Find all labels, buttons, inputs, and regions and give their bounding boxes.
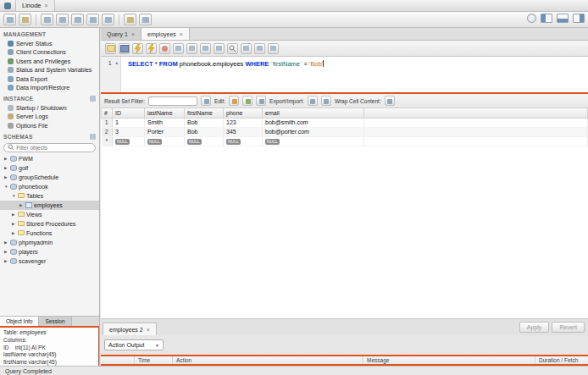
rollback-icon[interactable] — [200, 43, 211, 54]
sidebar-item-status-variables[interactable]: Status and System Variables — [0, 66, 99, 75]
schema-node-phonebook[interactable]: ▼ phonebook — [0, 182, 99, 191]
connection-tab-linode[interactable]: Linode × — [15, 0, 55, 11]
output-column-duration[interactable]: Duration / Fetch — [535, 356, 588, 364]
schemas-refresh-icon[interactable] — [90, 134, 96, 140]
create-view-icon[interactable] — [71, 14, 84, 25]
export-recordset-icon[interactable] — [308, 96, 318, 106]
output-column-time[interactable]: Time — [135, 356, 173, 364]
create-function-icon[interactable] — [102, 14, 114, 25]
apply-button[interactable]: Apply — [519, 322, 550, 333]
sidebar-item-server-status[interactable]: Server Status — [0, 39, 99, 48]
grid-cell[interactable]: bob@smith.com — [263, 118, 364, 127]
toggle-bottom-panel-icon[interactable] — [557, 14, 569, 23]
save-icon[interactable] — [119, 43, 130, 54]
clock-icon[interactable] — [527, 14, 536, 23]
create-schema-icon[interactable] — [41, 14, 53, 25]
row-number-cell[interactable]: 2 — [102, 127, 113, 136]
sidebar-item-startup-shutdown[interactable]: Startup / Shutdown — [0, 103, 99, 113]
sidebar-item-server-logs[interactable]: Server Logs — [0, 113, 99, 122]
column-header-email[interactable]: email — [263, 108, 364, 118]
chevron-right-icon[interactable]: ▶ — [19, 203, 24, 207]
tree-node-tables[interactable]: ▼ Tables — [0, 191, 99, 201]
chevron-right-icon[interactable]: ▶ — [4, 157, 8, 161]
delete-row-icon[interactable] — [256, 96, 266, 106]
beautify-icon[interactable] — [254, 43, 265, 54]
chevron-right-icon[interactable]: ▶ — [4, 175, 8, 179]
refresh-icon[interactable] — [201, 96, 211, 106]
tab-employees[interactable]: employees × — [141, 28, 190, 40]
column-header-firstname[interactable]: firstName — [185, 108, 224, 118]
chevron-right-icon[interactable]: ▶ — [12, 212, 16, 217]
schema-node-scavenger[interactable]: ▶ scavenger — [0, 256, 99, 266]
tab-query-1[interactable]: Query 1 × — [101, 28, 141, 40]
sidebar-item-users-privileges[interactable]: Users and Privileges — [0, 57, 99, 66]
close-icon[interactable]: × — [147, 327, 150, 333]
toggle-right-panel-icon[interactable] — [573, 14, 585, 23]
row-number-cell[interactable]: 1 — [102, 118, 113, 127]
schema-filter-input[interactable] — [16, 145, 92, 151]
grid-cell[interactable]: NULL — [263, 136, 364, 146]
grid-cell[interactable]: NULL — [145, 136, 185, 146]
stop-icon[interactable] — [159, 43, 170, 54]
result-filter-input[interactable] — [148, 97, 197, 106]
tree-node-employees[interactable]: ▶ employees — [0, 201, 99, 210]
row-number-cell[interactable]: * — [102, 136, 113, 146]
sidebar-item-data-import[interactable]: Data Import/Restore — [0, 84, 99, 93]
sql-editor[interactable]: 1 ● SELECT * FROM phonebook.employees WH… — [101, 57, 588, 92]
wrap-cell-content-icon[interactable] — [385, 96, 395, 106]
revert-button[interactable]: Revert — [552, 322, 585, 333]
grid-cell[interactable]: Smith — [145, 118, 185, 127]
search-data-icon[interactable] — [139, 14, 152, 25]
tree-node-functions[interactable]: ▶ Functions — [0, 229, 99, 238]
close-icon[interactable]: × — [45, 3, 48, 8]
schema-node-groupschedule[interactable]: ▶ groupSchedule — [0, 173, 99, 182]
output-column-message[interactable]: Message — [363, 356, 535, 364]
grid-cell[interactable]: 345 — [224, 127, 263, 136]
chevron-right-icon[interactable]: ▶ — [4, 166, 8, 170]
invisible-characters-icon[interactable] — [241, 43, 252, 54]
grid-cell[interactable]: NULL — [113, 136, 145, 146]
close-icon[interactable]: × — [131, 31, 135, 37]
column-header-id[interactable]: ID — [113, 108, 145, 118]
edit-cell-icon[interactable] — [229, 96, 239, 106]
wrap-text-icon[interactable] — [268, 43, 279, 54]
tab-employees-2[interactable]: employees 2 × — [103, 323, 157, 335]
output-type-select[interactable]: Action Output ▼ — [104, 339, 164, 350]
chevron-down-icon[interactable]: ▼ — [12, 194, 16, 198]
tree-node-stored-procedures[interactable]: ▶ Stored Procedures — [0, 219, 99, 229]
tree-node-views[interactable]: ▶ Views — [0, 210, 99, 219]
tab-object-info[interactable]: Object Info — [0, 317, 39, 326]
grid-cell[interactable]: 123 — [224, 118, 263, 127]
chevron-right-icon[interactable]: ▶ — [12, 231, 16, 235]
chevron-down-icon[interactable]: ▼ — [4, 185, 8, 189]
open-file-icon[interactable] — [105, 43, 116, 54]
insert-row-icon[interactable] — [242, 96, 252, 106]
chevron-right-icon[interactable]: ▶ — [4, 250, 8, 254]
column-header-lastname[interactable]: lastName — [145, 108, 185, 118]
toggle-left-panel-icon[interactable] — [541, 14, 552, 23]
sql-code-line[interactable]: SELECT * FROM phonebook.employees WHERE … — [121, 57, 324, 92]
import-records-icon[interactable] — [321, 96, 331, 106]
inspector-icon[interactable] — [124, 14, 136, 25]
schema-node-phpmyadmin[interactable]: ▶ phpmyadmin — [0, 238, 99, 247]
chevron-right-icon[interactable]: ▶ — [4, 240, 8, 245]
create-table-icon[interactable] — [56, 14, 69, 25]
sidebar-item-options-file[interactable]: Options File — [0, 121, 99, 130]
grid-cell[interactable]: Porter — [145, 127, 185, 136]
chevron-right-icon[interactable]: ▶ — [4, 259, 8, 263]
toggle-stop-on-error-icon[interactable] — [173, 43, 184, 54]
grid-cell[interactable]: NULL — [185, 136, 224, 146]
grid-cell[interactable]: 3 — [113, 127, 145, 136]
autocommit-icon[interactable] — [214, 43, 225, 54]
chevron-right-icon[interactable]: ▶ — [12, 222, 16, 226]
commit-icon[interactable] — [186, 43, 197, 54]
column-header-rownum[interactable]: # — [102, 108, 113, 118]
schema-node-players[interactable]: ▶ players — [0, 247, 99, 256]
new-query-tab-icon[interactable] — [3, 14, 16, 25]
open-sql-script-icon[interactable] — [19, 14, 31, 25]
grid-cell[interactable]: bob@porter.com — [263, 127, 364, 136]
tab-session[interactable]: Session — [39, 317, 71, 326]
create-procedure-icon[interactable] — [86, 14, 99, 25]
column-header-phone[interactable]: phone — [224, 108, 263, 118]
schema-node-golf[interactable]: ▶ golf — [0, 163, 99, 173]
